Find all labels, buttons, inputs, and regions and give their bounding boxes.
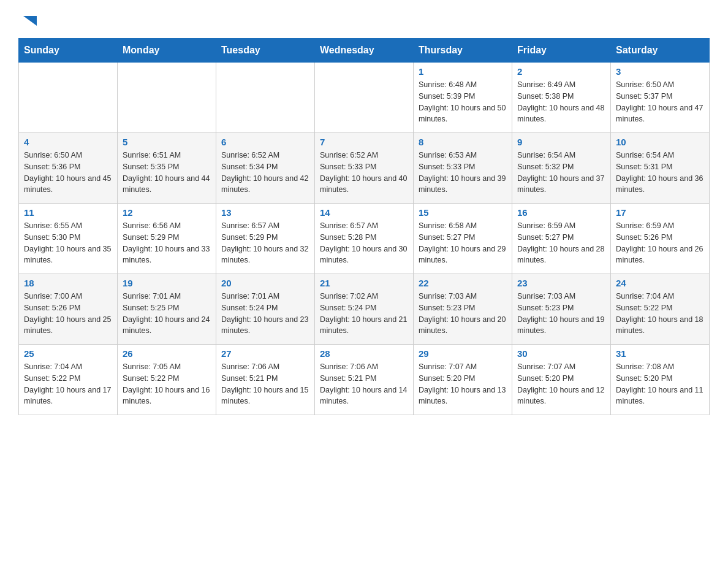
- day-number: 8: [419, 137, 507, 147]
- calendar-cell: 9Sunrise: 6:54 AM Sunset: 5:32 PM Daylig…: [512, 133, 611, 204]
- day-info: Sunrise: 6:56 AM Sunset: 5:29 PM Dayligh…: [123, 220, 211, 266]
- day-info: Sunrise: 6:57 AM Sunset: 5:29 PM Dayligh…: [221, 220, 309, 266]
- calendar-cell: 27Sunrise: 7:06 AM Sunset: 5:21 PM Dayli…: [216, 345, 315, 415]
- col-header-friday: Friday: [512, 39, 611, 63]
- day-number: 17: [616, 207, 704, 218]
- calendar-cell: 19Sunrise: 7:01 AM Sunset: 5:25 PM Dayli…: [118, 274, 216, 345]
- day-number: 4: [24, 137, 112, 147]
- day-number: 15: [419, 207, 507, 218]
- day-info: Sunrise: 6:52 AM Sunset: 5:34 PM Dayligh…: [221, 150, 309, 196]
- day-info: Sunrise: 7:00 AM Sunset: 5:26 PM Dayligh…: [24, 291, 112, 337]
- day-info: Sunrise: 7:05 AM Sunset: 5:22 PM Dayligh…: [123, 361, 211, 407]
- day-number: 21: [320, 278, 408, 288]
- day-info: Sunrise: 7:06 AM Sunset: 5:21 PM Dayligh…: [320, 361, 408, 407]
- day-number: 3: [616, 66, 704, 77]
- calendar-cell: 16Sunrise: 6:59 AM Sunset: 5:27 PM Dayli…: [512, 204, 611, 274]
- calendar-cell: 24Sunrise: 7:04 AM Sunset: 5:22 PM Dayli…: [611, 274, 710, 345]
- calendar-cell: 12Sunrise: 6:56 AM Sunset: 5:29 PM Dayli…: [118, 204, 216, 274]
- week-row-1: 1Sunrise: 6:48 AM Sunset: 5:39 PM Daylig…: [19, 63, 710, 133]
- day-number: 12: [123, 207, 211, 218]
- day-number: 25: [24, 348, 112, 359]
- day-info: Sunrise: 7:04 AM Sunset: 5:22 PM Dayligh…: [616, 291, 704, 337]
- day-info: Sunrise: 6:59 AM Sunset: 5:26 PM Dayligh…: [616, 220, 704, 266]
- col-header-tuesday: Tuesday: [216, 39, 315, 63]
- calendar-cell: 8Sunrise: 6:53 AM Sunset: 5:33 PM Daylig…: [414, 133, 512, 204]
- calendar-header-row: SundayMondayTuesdayWednesdayThursdayFrid…: [19, 39, 710, 63]
- week-row-5: 25Sunrise: 7:04 AM Sunset: 5:22 PM Dayli…: [19, 345, 710, 415]
- calendar-cell: 28Sunrise: 7:06 AM Sunset: 5:21 PM Dayli…: [315, 345, 414, 415]
- calendar-cell: [216, 63, 315, 133]
- day-number: 6: [221, 137, 309, 147]
- calendar-cell: 6Sunrise: 6:52 AM Sunset: 5:34 PM Daylig…: [216, 133, 315, 204]
- col-header-sunday: Sunday: [19, 39, 118, 63]
- calendar-cell: 5Sunrise: 6:51 AM Sunset: 5:35 PM Daylig…: [118, 133, 216, 204]
- day-number: 18: [24, 278, 112, 288]
- col-header-wednesday: Wednesday: [315, 39, 414, 63]
- calendar-cell: 4Sunrise: 6:50 AM Sunset: 5:36 PM Daylig…: [19, 133, 118, 204]
- calendar-cell: 7Sunrise: 6:52 AM Sunset: 5:33 PM Daylig…: [315, 133, 414, 204]
- day-info: Sunrise: 6:54 AM Sunset: 5:32 PM Dayligh…: [517, 150, 605, 196]
- calendar-cell: 10Sunrise: 6:54 AM Sunset: 5:31 PM Dayli…: [611, 133, 710, 204]
- week-row-2: 4Sunrise: 6:50 AM Sunset: 5:36 PM Daylig…: [19, 133, 710, 204]
- day-info: Sunrise: 6:59 AM Sunset: 5:27 PM Dayligh…: [517, 220, 605, 266]
- calendar-cell: 13Sunrise: 6:57 AM Sunset: 5:29 PM Dayli…: [216, 204, 315, 274]
- day-info: Sunrise: 7:06 AM Sunset: 5:21 PM Dayligh…: [221, 361, 309, 407]
- day-info: Sunrise: 7:01 AM Sunset: 5:24 PM Dayligh…: [221, 291, 309, 337]
- day-number: 2: [517, 66, 605, 77]
- day-info: Sunrise: 6:58 AM Sunset: 5:27 PM Dayligh…: [419, 220, 507, 266]
- day-info: Sunrise: 7:01 AM Sunset: 5:25 PM Dayligh…: [123, 291, 211, 337]
- day-number: 7: [320, 137, 408, 147]
- calendar-cell: 11Sunrise: 6:55 AM Sunset: 5:30 PM Dayli…: [19, 204, 118, 274]
- day-info: Sunrise: 6:53 AM Sunset: 5:33 PM Dayligh…: [419, 150, 507, 196]
- day-info: Sunrise: 6:54 AM Sunset: 5:31 PM Dayligh…: [616, 150, 704, 196]
- day-info: Sunrise: 6:52 AM Sunset: 5:33 PM Dayligh…: [320, 150, 408, 196]
- day-number: 28: [320, 348, 408, 359]
- day-number: 20: [221, 278, 309, 288]
- day-number: 30: [517, 348, 605, 359]
- day-number: 1: [419, 66, 507, 77]
- calendar-cell: 3Sunrise: 6:50 AM Sunset: 5:37 PM Daylig…: [611, 63, 710, 133]
- day-number: 10: [616, 137, 704, 147]
- day-number: 19: [123, 278, 211, 288]
- calendar-cell: 30Sunrise: 7:07 AM Sunset: 5:20 PM Dayli…: [512, 345, 611, 415]
- day-info: Sunrise: 7:07 AM Sunset: 5:20 PM Dayligh…: [517, 361, 605, 407]
- calendar-cell: 21Sunrise: 7:02 AM Sunset: 5:24 PM Dayli…: [315, 274, 414, 345]
- day-number: 5: [123, 137, 211, 147]
- calendar-cell: 31Sunrise: 7:08 AM Sunset: 5:20 PM Dayli…: [611, 345, 710, 415]
- col-header-monday: Monday: [118, 39, 216, 63]
- day-number: 26: [123, 348, 211, 359]
- day-info: Sunrise: 7:04 AM Sunset: 5:22 PM Dayligh…: [24, 361, 112, 407]
- logo: [18, 12, 37, 27]
- svg-marker-0: [23, 16, 37, 26]
- calendar-cell: 23Sunrise: 7:03 AM Sunset: 5:23 PM Dayli…: [512, 274, 611, 345]
- day-number: 22: [419, 278, 507, 288]
- day-info: Sunrise: 7:08 AM Sunset: 5:20 PM Dayligh…: [616, 361, 704, 407]
- day-info: Sunrise: 6:48 AM Sunset: 5:39 PM Dayligh…: [419, 79, 507, 125]
- day-number: 31: [616, 348, 704, 359]
- day-number: 11: [24, 207, 112, 218]
- day-info: Sunrise: 6:51 AM Sunset: 5:35 PM Dayligh…: [123, 150, 211, 196]
- day-info: Sunrise: 7:02 AM Sunset: 5:24 PM Dayligh…: [320, 291, 408, 337]
- calendar-cell: 26Sunrise: 7:05 AM Sunset: 5:22 PM Dayli…: [118, 345, 216, 415]
- col-header-saturday: Saturday: [611, 39, 710, 63]
- day-info: Sunrise: 7:03 AM Sunset: 5:23 PM Dayligh…: [419, 291, 507, 337]
- calendar-table: SundayMondayTuesdayWednesdayThursdayFrid…: [18, 38, 710, 415]
- calendar-cell: 29Sunrise: 7:07 AM Sunset: 5:20 PM Dayli…: [414, 345, 512, 415]
- day-info: Sunrise: 6:50 AM Sunset: 5:37 PM Dayligh…: [616, 79, 704, 125]
- day-info: Sunrise: 7:07 AM Sunset: 5:20 PM Dayligh…: [419, 361, 507, 407]
- page-header: [18, 12, 710, 27]
- day-info: Sunrise: 6:50 AM Sunset: 5:36 PM Dayligh…: [24, 150, 112, 196]
- calendar-cell: [19, 63, 118, 133]
- calendar-cell: [315, 63, 414, 133]
- col-header-thursday: Thursday: [414, 39, 512, 63]
- calendar-cell: 25Sunrise: 7:04 AM Sunset: 5:22 PM Dayli…: [19, 345, 118, 415]
- day-number: 29: [419, 348, 507, 359]
- calendar-cell: 14Sunrise: 6:57 AM Sunset: 5:28 PM Dayli…: [315, 204, 414, 274]
- calendar-cell: 17Sunrise: 6:59 AM Sunset: 5:26 PM Dayli…: [611, 204, 710, 274]
- calendar-cell: 2Sunrise: 6:49 AM Sunset: 5:38 PM Daylig…: [512, 63, 611, 133]
- day-number: 9: [517, 137, 605, 147]
- calendar-cell: 18Sunrise: 7:00 AM Sunset: 5:26 PM Dayli…: [19, 274, 118, 345]
- week-row-4: 18Sunrise: 7:00 AM Sunset: 5:26 PM Dayli…: [19, 274, 710, 345]
- day-info: Sunrise: 6:55 AM Sunset: 5:30 PM Dayligh…: [24, 220, 112, 266]
- day-number: 24: [616, 278, 704, 288]
